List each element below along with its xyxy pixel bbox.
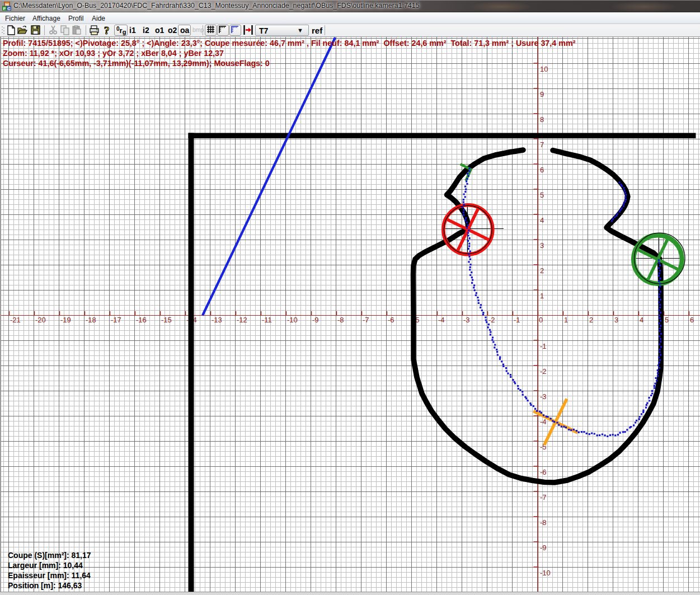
svg-text:3: 3 (614, 316, 618, 324)
svg-text:2: 2 (540, 266, 544, 275)
svg-text:-1: -1 (514, 316, 520, 324)
svg-text:7: 7 (540, 140, 544, 149)
svg-text:-9: -9 (312, 316, 319, 324)
svg-text:-18: -18 (86, 316, 96, 324)
svg-text:-17: -17 (111, 316, 121, 324)
svg-text:F: F (3, 6, 6, 11)
svg-text:-16: -16 (136, 316, 147, 324)
svg-text:5: 5 (665, 316, 669, 324)
svg-text:8: 8 (540, 115, 544, 124)
svg-text:2: 2 (589, 316, 593, 324)
svg-text:-20: -20 (35, 316, 46, 324)
svg-text:6: 6 (690, 316, 694, 324)
svg-text:-15: -15 (161, 316, 172, 324)
svg-text:-8: -8 (540, 518, 547, 527)
svg-text:-3: -3 (463, 316, 470, 324)
svg-text:-11: -11 (262, 316, 272, 324)
svg-text:3: 3 (540, 241, 544, 250)
svg-text:?: ? (104, 25, 110, 36)
svg-text:10: 10 (540, 65, 548, 73)
svg-text:9: 9 (540, 90, 544, 99)
svg-text:1: 1 (540, 292, 544, 300)
svg-text:4: 4 (640, 316, 643, 324)
svg-text:-7: -7 (363, 316, 369, 324)
svg-text:-10: -10 (287, 316, 298, 324)
svg-text:-3: -3 (540, 392, 547, 401)
svg-text:6: 6 (540, 166, 544, 174)
svg-text:-21: -21 (10, 316, 21, 324)
svg-text:-12: -12 (237, 316, 247, 324)
svg-text:5: 5 (540, 191, 544, 199)
svg-text:1: 1 (564, 316, 568, 324)
svg-text:-10: -10 (540, 569, 551, 577)
svg-text:-8: -8 (337, 316, 344, 324)
svg-text:-7: -7 (540, 493, 547, 502)
svg-text:-6: -6 (540, 468, 547, 476)
svg-text:0: 0 (539, 316, 543, 324)
svg-text:-19: -19 (60, 316, 71, 324)
svg-text:-13: -13 (212, 316, 222, 324)
svg-text:C: C (7, 6, 11, 11)
svg-text:-1: -1 (540, 342, 547, 350)
svg-text:4: 4 (540, 216, 544, 224)
svg-text:-2: -2 (540, 367, 547, 376)
svg-text:-9: -9 (540, 544, 547, 552)
svg-text:-2: -2 (488, 316, 495, 324)
svg-text:-6: -6 (388, 316, 394, 324)
svg-text:-4: -4 (438, 316, 445, 324)
